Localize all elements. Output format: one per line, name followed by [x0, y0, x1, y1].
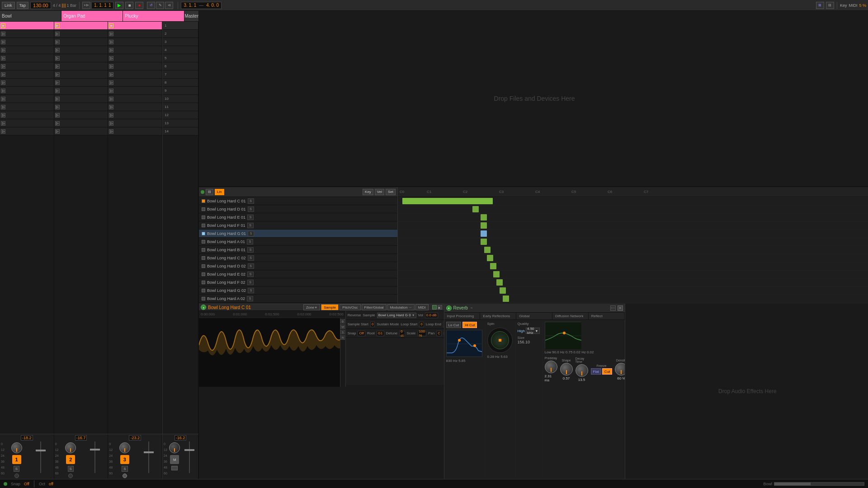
track-s-3[interactable]: S	[247, 215, 254, 220]
tab-pitchosc[interactable]: Pitch/Osc	[340, 304, 360, 310]
hi-cut-btn[interactable]: Hi Cut	[462, 322, 477, 328]
master-slot-11[interactable]: 11	[163, 103, 198, 111]
lin-button[interactable]: Lin	[215, 189, 224, 195]
play-button[interactable]: ▶	[115, 2, 123, 9]
tab-sample[interactable]: Sample	[321, 304, 339, 310]
loop-start-value[interactable]: 0	[419, 322, 424, 327]
clip-trigger-organ-4[interactable]: ▷	[55, 48, 60, 52]
track-s-1[interactable]: S	[248, 198, 254, 204]
waveform-side-r[interactable]: R	[340, 335, 345, 340]
fader-3[interactable]	[144, 451, 154, 453]
sample-start-value[interactable]: 0	[370, 322, 375, 327]
fader-2[interactable]	[90, 449, 100, 450]
clip-slot-bowl-12[interactable]: ▷	[0, 111, 54, 119]
waveform-zoom-out[interactable]: M	[340, 324, 345, 329]
clip-slot-plucky-9[interactable]: ▷	[108, 87, 162, 95]
arm-btn-3[interactable]	[123, 474, 127, 478]
detune2-value[interactable]: 0 ct	[399, 331, 405, 336]
clip-trigger-organ-3[interactable]: ▷	[55, 40, 60, 44]
clip-slot-bowl-2[interactable]: ▷	[0, 30, 54, 38]
master-scrollbar[interactable]	[774, 482, 864, 486]
track-item-9[interactable]: Bowl Long Hard D 02 S	[199, 262, 397, 270]
clip-slot-organ-7[interactable]: ▷	[54, 70, 108, 79]
clip-trigger-bowl-3[interactable]: ▷	[1, 40, 5, 44]
tab-midi[interactable]: MIDI	[415, 304, 429, 310]
track-item-2[interactable]: Bowl Long Hard D 01 S	[199, 205, 397, 213]
clip-trigger-bowl-5[interactable]: ▷	[1, 56, 5, 61]
scale-value[interactable]: 100 %	[418, 331, 426, 336]
clip-trigger-bowl-4[interactable]: ▷	[1, 48, 5, 52]
track-item-1[interactable]: Bowl Long Hard C 01 S	[199, 197, 397, 205]
clip-trigger-plucky-5[interactable]: ▷	[109, 56, 113, 61]
clip-slot-bowl-1[interactable]: ▶	[0, 22, 54, 30]
clip-trigger-organ-6[interactable]: ▷	[55, 64, 60, 69]
clip-trigger-bowl-10[interactable]: ▷	[1, 97, 5, 101]
clip-trigger-bowl-7[interactable]: ▷	[1, 72, 5, 77]
fold-button[interactable]: ⊟	[206, 189, 213, 195]
session-view-btn[interactable]: ⊟	[826, 2, 834, 9]
record-button[interactable]: ●	[135, 2, 143, 9]
clip-slot-bowl-3[interactable]: ▷	[0, 38, 54, 46]
tap-button[interactable]: Tap	[17, 2, 29, 9]
clip-trigger-plucky-6[interactable]: ▷	[109, 64, 113, 69]
density-knob[interactable]	[615, 363, 624, 375]
loop-toggle[interactable]: ↺	[147, 2, 155, 9]
pan-knob-3[interactable]	[119, 442, 130, 453]
track-s-2[interactable]: S	[248, 206, 254, 212]
quality-dropdown[interactable]: 4.50 kHz ▼	[526, 328, 540, 334]
spin-display[interactable]	[487, 328, 513, 353]
mute-btn-2[interactable]: S	[68, 466, 74, 472]
track-s-6[interactable]: S	[247, 239, 253, 244]
arm-btn-1[interactable]	[14, 474, 19, 478]
master-slot-10[interactable]: 10	[163, 95, 198, 103]
follow-btn[interactable]: ⊲	[165, 2, 173, 9]
clip-slot-plucky-3[interactable]: ▷	[108, 38, 162, 46]
clip-trigger-plucky-12[interactable]: ▷	[109, 113, 113, 117]
pan-knob-1[interactable]	[11, 442, 22, 453]
clip-slot-organ-3[interactable]: ▷	[54, 38, 108, 46]
master-slot-3[interactable]: 3	[163, 38, 198, 46]
track-s-13[interactable]: S	[247, 296, 253, 301]
clip-trigger-bowl-14[interactable]: ▷	[1, 129, 5, 134]
reverb-power-btn[interactable]: ●	[446, 305, 452, 311]
clip-slot-plucky-5[interactable]: ▷	[108, 54, 162, 62]
clip-slot-bowl-8[interactable]: ▷	[0, 79, 54, 87]
clip-slot-plucky-7[interactable]: ▷	[108, 70, 162, 79]
track-item-10[interactable]: Bowl Long Hard E 02 S	[199, 270, 397, 278]
tab-filter[interactable]: Filter/Global	[362, 304, 387, 310]
waveform-side-s[interactable]: S	[340, 330, 345, 334]
clip-slot-organ-14[interactable]: ▷	[54, 127, 108, 136]
master-slot-1[interactable]: 1	[163, 22, 198, 30]
clip-trigger-plucky-13[interactable]: ▷	[109, 121, 113, 126]
track-s-5[interactable]: S	[248, 231, 254, 236]
clip-slot-bowl-7[interactable]: ▷	[0, 70, 54, 79]
clip-trigger-plucky-8[interactable]: ▷	[109, 80, 113, 85]
track-item-6[interactable]: Bowl Long Hard A 01 S	[199, 238, 397, 246]
clip-slot-organ-13[interactable]: ▷	[54, 119, 108, 127]
master-slot-13[interactable]: 13	[163, 119, 198, 127]
clip-slot-plucky-6[interactable]: ▷	[108, 62, 162, 70]
stop-button[interactable]: ■	[125, 2, 133, 9]
master-slot-12[interactable]: 12	[163, 111, 198, 119]
clip-trigger-organ-10[interactable]: ▷	[55, 97, 60, 101]
set-mode-button[interactable]: Set	[386, 189, 396, 195]
clip-slot-bowl-10[interactable]: ▷	[0, 95, 54, 103]
mute-btn-3[interactable]: S	[122, 466, 127, 472]
clip-slot-bowl-14[interactable]: ▷	[0, 127, 54, 136]
draw-mode[interactable]: ✎	[156, 2, 164, 9]
key-mode-button[interactable]: Key	[363, 189, 373, 195]
clip-slot-organ-10[interactable]: ▷	[54, 95, 108, 103]
clip-slot-plucky-10[interactable]: ▷	[108, 95, 162, 103]
clip-trigger-plucky-3[interactable]: ▷	[109, 40, 113, 44]
track-item-7[interactable]: Bowl Long Hard B 01 S	[199, 246, 397, 254]
clip-trigger-bowl-8[interactable]: ▷	[1, 80, 5, 85]
clip-trigger-plucky-1[interactable]: ▶	[109, 23, 113, 28]
tab-modulation[interactable]: Modulation ···	[387, 304, 415, 310]
clip-slot-bowl-9[interactable]: ▷	[0, 87, 54, 95]
midi-grid-area[interactable]: C0 C1 C2 C3 C4 C5 C6 C7	[398, 187, 868, 304]
instrument-save-btn[interactable]	[432, 305, 437, 310]
clip-trigger-bowl-6[interactable]: ▷	[1, 64, 5, 69]
clip-trigger-organ-2[interactable]: ▷	[55, 32, 60, 36]
master-slot-4[interactable]: 4	[163, 46, 198, 54]
master-slot-8[interactable]: 8	[163, 79, 198, 87]
